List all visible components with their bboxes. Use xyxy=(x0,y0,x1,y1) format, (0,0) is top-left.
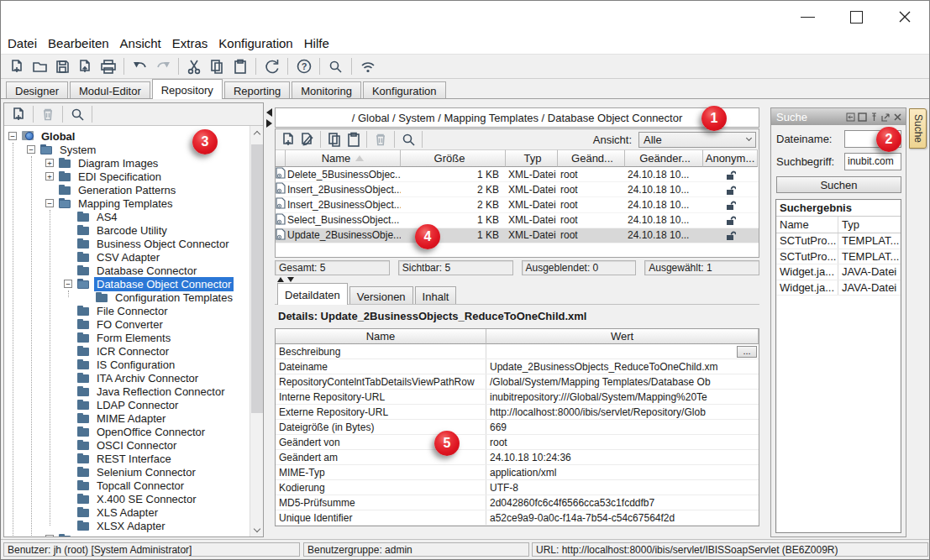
tree-item[interactable]: Java Reflection Connector xyxy=(4,385,250,398)
search-result-row[interactable]: Widget.ja...JAVA-Datei xyxy=(776,280,901,296)
searchterm-input[interactable]: inubit.com xyxy=(844,153,901,170)
tree-item[interactable]: −Mapping Templates xyxy=(4,196,250,210)
detail-row[interactable]: RepositoryContelntTabDetailsViewPathRow/… xyxy=(276,374,759,390)
tree-item[interactable]: LDAP Connector xyxy=(4,398,250,411)
scroll-up-icon[interactable] xyxy=(250,126,263,139)
search-button[interactable]: Suchen xyxy=(776,176,901,193)
tree-item[interactable]: Topcall Connector xyxy=(4,479,250,492)
maximize-button[interactable] xyxy=(832,1,880,33)
column-header-icon[interactable] xyxy=(276,149,286,167)
close-button[interactable] xyxy=(880,1,929,33)
details-col-wert[interactable]: Wert xyxy=(486,329,759,344)
detail-row[interactable]: Geändert vonroot xyxy=(276,435,759,450)
view-select[interactable]: Alle xyxy=(638,132,756,148)
tab-modul-editor[interactable]: Modul-Editor xyxy=(70,81,150,98)
tree-item[interactable]: −Database Object Connector xyxy=(4,277,250,290)
file-row[interactable]: Select_BusinessObject...1 KBXML-Dateiroo… xyxy=(276,213,759,228)
tree-item[interactable]: IS Configuration xyxy=(4,358,250,371)
pin-icon[interactable] xyxy=(870,113,879,122)
horizontal-splitter[interactable] xyxy=(277,277,294,282)
detail-row[interactable]: Geändert am24.10.18 10:24:36 xyxy=(276,450,759,465)
print-icon[interactable] xyxy=(97,56,119,76)
detail-row[interactable]: Externe Repository-URLhttp://localhost:8… xyxy=(276,405,759,420)
collapse-toggle-icon[interactable]: − xyxy=(27,145,35,154)
menu-ansicht[interactable]: Ansicht xyxy=(120,36,169,50)
expand-right-icon[interactable] xyxy=(266,119,272,128)
wifi-icon[interactable] xyxy=(356,56,379,76)
tree-item[interactable]: REST Interface xyxy=(4,452,250,465)
menu-datei[interactable]: Datei xyxy=(8,36,45,50)
tree-item[interactable]: AS4 xyxy=(4,210,250,223)
close-panel-icon[interactable] xyxy=(893,113,902,122)
tree-item[interactable]: Selenium Connector xyxy=(4,465,250,479)
tab-repository[interactable]: Repository xyxy=(152,79,223,99)
collapse-toggle-icon[interactable]: − xyxy=(64,280,72,288)
column-header-name[interactable]: Name xyxy=(286,149,401,167)
scroll-down-icon[interactable] xyxy=(250,523,263,536)
dock-icon[interactable] xyxy=(846,113,855,122)
expand-toggle-icon[interactable]: + xyxy=(45,172,54,181)
column-header-gre[interactable]: Größe xyxy=(401,149,506,167)
breadcrumb[interactable]: / Global / System / Mapping Templates / … xyxy=(275,107,759,128)
tree-item[interactable]: +EDI Specification xyxy=(4,170,250,183)
help-icon[interactable]: ? xyxy=(292,56,315,76)
paste-icon[interactable] xyxy=(229,56,251,76)
tree-item[interactable]: Business Object Connector xyxy=(4,237,250,250)
tab-konfiguration[interactable]: Konfiguration xyxy=(363,81,446,98)
expand-down-icon[interactable] xyxy=(287,277,294,282)
search-icon[interactable] xyxy=(67,105,87,123)
tab-designer[interactable]: Designer xyxy=(6,81,68,98)
file-row[interactable]: Insert_2BusinessObject...2 KBXML-Dateiro… xyxy=(276,197,759,212)
tree-item[interactable]: FO Converter xyxy=(4,317,250,331)
column-header-anonym[interactable]: Anonym... xyxy=(703,149,758,167)
tree-item[interactable]: File Connector xyxy=(4,304,250,317)
detail-row[interactable]: Unique Identifiera52ce9a9-0a0c-f14a-7b54… xyxy=(276,510,759,526)
detail-tab-detaildaten[interactable]: Detaildaten xyxy=(277,283,348,305)
tree-item[interactable]: CSV Adapter xyxy=(4,250,250,264)
save-icon[interactable] xyxy=(51,56,74,76)
tree-item[interactable]: Configuration Templates xyxy=(4,290,250,304)
detail-row[interactable]: Dateigröße (in Bytes)669 xyxy=(276,420,759,435)
tree-item[interactable]: ITA Archiv Connector xyxy=(4,371,250,385)
tab-monitoring[interactable]: Monitoring xyxy=(292,81,361,98)
refresh-icon[interactable] xyxy=(260,56,283,76)
undock-icon[interactable] xyxy=(881,113,891,122)
detail-row[interactable]: DateinameUpdate_2BusinessObjects_ReduceT… xyxy=(276,359,759,374)
collapse-toggle-icon[interactable]: − xyxy=(8,132,17,140)
menu-konfiguration[interactable]: Konfiguration xyxy=(218,36,300,50)
tree-item[interactable]: Generation Patterns xyxy=(4,183,250,196)
new-file-icon[interactable] xyxy=(6,56,29,76)
cut-icon[interactable] xyxy=(183,56,206,76)
tree-item[interactable]: Barcode Utility xyxy=(4,223,250,237)
search-result-row[interactable]: SCTutPro...TEMPLAT... xyxy=(776,233,901,249)
menu-extras[interactable]: Extras xyxy=(172,36,216,50)
copy-icon[interactable] xyxy=(325,131,344,148)
column-header-gender[interactable]: Geänder... xyxy=(625,149,703,167)
menu-bearbeiten[interactable]: Bearbeiten xyxy=(48,36,117,50)
detail-tab-versionen[interactable]: Versionen xyxy=(349,286,413,304)
maximize-panel-icon[interactable] xyxy=(858,113,867,122)
results-col-name[interactable]: Name xyxy=(776,217,838,233)
tree-item[interactable]: MIME Adapter xyxy=(4,411,250,425)
collapse-left-icon[interactable] xyxy=(266,108,272,117)
undo-icon[interactable] xyxy=(129,56,151,76)
file-row[interactable]: Insert_2BusinessObject...2 KBXML-Dateiro… xyxy=(276,182,759,197)
open-folder-icon[interactable] xyxy=(29,56,51,76)
import-file-icon[interactable] xyxy=(74,56,97,76)
edit-file-icon[interactable] xyxy=(297,131,316,148)
details-col-name[interactable]: Name xyxy=(276,329,486,344)
panel-splitter[interactable] xyxy=(266,108,275,130)
tree-item[interactable]: Database Connector xyxy=(4,264,250,277)
delete-icon[interactable] xyxy=(371,131,390,148)
expand-toggle-icon[interactable]: + xyxy=(45,159,54,167)
new-file-icon[interactable] xyxy=(8,105,29,123)
tree-item[interactable]: XLS Adapter xyxy=(4,505,250,519)
new-file-icon[interactable] xyxy=(279,131,297,148)
tree-item[interactable]: +Diagram Images xyxy=(4,156,250,170)
detail-tab-inhalt[interactable]: Inhalt xyxy=(415,286,457,304)
file-row[interactable]: Delete_5BusinessObjec...1 KBXML-Dateiroo… xyxy=(276,167,759,182)
collapse-toggle-icon[interactable]: − xyxy=(45,199,54,207)
column-header-gend[interactable]: Geänd... xyxy=(558,149,625,167)
detail-row[interactable]: KodierungUTF-8 xyxy=(276,480,759,495)
results-col-typ[interactable]: Typ xyxy=(838,217,901,233)
